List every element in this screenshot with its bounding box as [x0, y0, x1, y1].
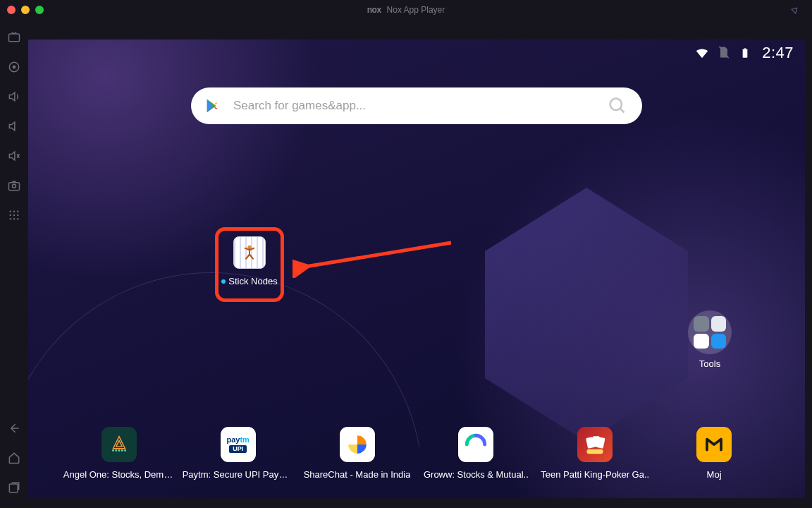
- svg-point-10: [13, 214, 15, 216]
- location-icon[interactable]: [6, 59, 22, 75]
- svg-point-11: [17, 214, 18, 216]
- app-groww[interactable]: Groww: Stocks & Mutual..: [419, 427, 532, 480]
- svg-point-9: [10, 214, 11, 216]
- svg-point-24: [121, 449, 123, 452]
- app-label: Moj: [707, 469, 722, 480]
- app-moj[interactable]: Moj: [658, 427, 770, 480]
- app-angel-one[interactable]: Angel One: Stocks, Demat..: [63, 427, 176, 480]
- svg-point-22: [115, 449, 117, 452]
- app-paytm-icon: paytm UPI: [221, 427, 256, 462]
- app-label: Paytm: Secure UPI Payme..: [183, 469, 294, 480]
- app-moj-icon: [696, 427, 732, 462]
- svg-line-20: [305, 243, 451, 267]
- svg-point-12: [10, 218, 11, 219]
- android-statusbar: 2:47: [694, 44, 794, 62]
- svg-rect-17: [744, 48, 746, 49]
- app-paytm[interactable]: paytm UPI Paytm: Secure UPI Payme..: [182, 427, 295, 480]
- camera-icon[interactable]: [6, 178, 22, 193]
- svg-point-25: [124, 449, 126, 452]
- svg-point-5: [13, 184, 16, 188]
- tools-folder-icon: [688, 310, 732, 354]
- app-label: ShareChat - Made in India: [304, 469, 411, 480]
- annotation-arrow: [293, 236, 462, 278]
- svg-point-8: [17, 211, 18, 212]
- android-viewport: 2:47 Stick Nodes: [28, 40, 805, 498]
- svg-point-6: [10, 211, 11, 212]
- app-stick-nodes-highlight[interactable]: Stick Nodes: [215, 227, 284, 302]
- app-teen-patti[interactable]: Teen Patti King-Poker Ga..: [539, 427, 651, 480]
- battery-icon: [739, 45, 755, 61]
- svg-rect-15: [9, 484, 18, 492]
- notification-dot: [221, 279, 226, 284]
- tv-icon[interactable]: [6, 30, 22, 45]
- volume-mute-icon[interactable]: [6, 148, 22, 164]
- svg-marker-0: [792, 6, 799, 13]
- app-label: Groww: Stocks & Mutual..: [424, 469, 529, 480]
- recent-icon[interactable]: [6, 480, 22, 495]
- grid-icon[interactable]: [6, 207, 22, 223]
- app-sharechat-icon: [340, 427, 375, 462]
- svg-point-23: [118, 449, 120, 452]
- wifi-icon: [694, 45, 710, 61]
- svg-rect-1: [9, 34, 20, 42]
- app-sharechat[interactable]: ShareChat - Made in India: [301, 427, 414, 480]
- search-bar[interactable]: [191, 87, 642, 124]
- app-angel-one-icon: [102, 427, 137, 462]
- bg-decor-hex: [474, 188, 699, 442]
- window-zoom-button[interactable]: [35, 6, 44, 14]
- app-groww-icon: [458, 427, 493, 462]
- collapse-icon[interactable]: [791, 6, 799, 16]
- window-title: Nox App Player: [387, 5, 445, 15]
- search-input[interactable]: [233, 99, 594, 113]
- left-toolbar: [0, 20, 28, 508]
- no-sim-icon: [717, 45, 732, 61]
- app-stick-nodes-icon: [233, 236, 266, 269]
- window-minimize-button[interactable]: [21, 6, 30, 14]
- svg-rect-16: [743, 49, 748, 58]
- search-icon[interactable]: [607, 95, 628, 116]
- svg-point-14: [17, 218, 18, 219]
- home-icon[interactable]: [6, 450, 22, 466]
- app-dock: Angel One: Stocks, Demat.. paytm UPI Pay…: [28, 427, 805, 480]
- clock: 2:47: [762, 44, 794, 62]
- svg-point-18: [610, 99, 622, 110]
- volume-down-icon[interactable]: [6, 119, 22, 134]
- svg-point-7: [13, 211, 15, 212]
- back-icon[interactable]: [6, 421, 22, 436]
- svg-point-13: [13, 218, 15, 219]
- play-store-icon: [205, 98, 221, 114]
- tools-folder[interactable]: Tools: [688, 310, 732, 369]
- svg-rect-4: [9, 183, 20, 190]
- svg-point-3: [13, 66, 15, 68]
- volume-up-icon[interactable]: [6, 89, 22, 104]
- app-stick-nodes-label: Stick Nodes: [228, 276, 277, 286]
- tools-folder-label: Tools: [688, 358, 732, 369]
- brand-logo: nox: [367, 5, 381, 15]
- window-close-button[interactable]: [7, 6, 16, 14]
- app-label: Teen Patti King-Poker Ga..: [541, 469, 649, 480]
- svg-point-21: [112, 449, 114, 452]
- app-teen-patti-icon: [577, 427, 613, 462]
- svg-rect-31: [587, 449, 603, 454]
- titlebar: nox Nox App Player: [0, 0, 812, 20]
- app-label: Angel One: Stocks, Demat..: [63, 469, 175, 480]
